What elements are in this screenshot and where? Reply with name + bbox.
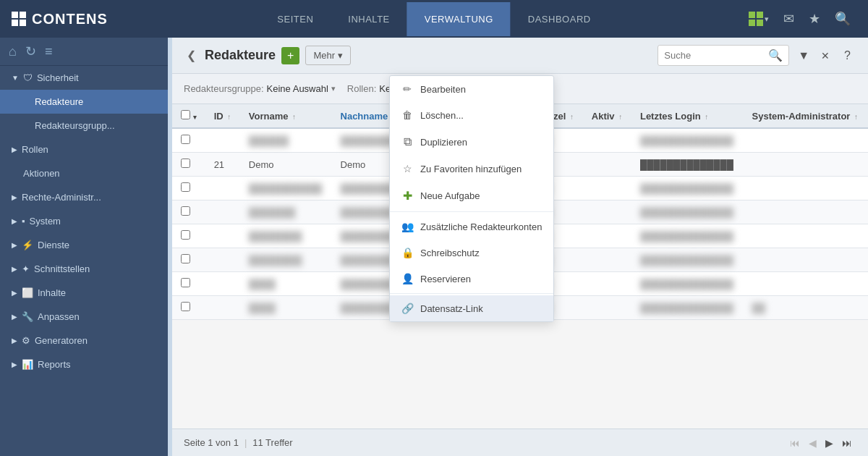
select-all-chevron-icon[interactable]: ▾ [193,114,197,121]
cell-sys_admin [744,224,868,248]
prev-page-button[interactable]: ◀ [804,436,821,450]
ctx-loeschen[interactable]: 🗑 Löschen... [390,102,553,128]
cell-vorname: ███████████ [240,177,332,200]
brand-grid-icon [12,12,26,26]
favorites-icon[interactable]: ★ [803,5,826,33]
ctx-duplizieren[interactable]: ⧉ Duplizieren [390,128,553,156]
first-page-button[interactable]: ⏮ [786,436,804,450]
next-page-button[interactable]: ▶ [821,436,838,450]
cell-aktiv [583,153,631,177]
refresh-icon[interactable]: ↻ [25,43,36,59]
cell-aktiv [583,272,631,296]
col-vorname[interactable]: Vorname ↑ [240,104,332,128]
nav-seiten[interactable]: SEITEN [260,2,331,36]
pagination-separator: | [244,437,247,448]
ctx-neue-aufgabe[interactable]: ✚ Neue Aufgabe [390,182,553,210]
col-aktiv[interactable]: Aktiv ↑ [583,104,631,128]
duplicate-icon: ⧉ [401,135,413,148]
ctx-label-favoriten: Zu Favoriten hinzufügen [420,164,522,174]
nav-dashboard[interactable]: DASHBOARD [511,2,608,36]
row-checkbox[interactable] [181,182,190,192]
mail-icon[interactable]: ✉ [778,5,800,33]
collapse-sidebar-button[interactable]: ❮ [184,46,199,65]
puzzle-icon: ✦ [22,263,30,274]
ctx-bearbeiten[interactable]: ✏ Bearbeiten [390,76,553,102]
mehr-button[interactable]: Mehr ▾ [305,46,351,65]
sidebar-item-generatoren[interactable]: ▶ ⚙ Generatoren [0,329,168,352]
last-page-button[interactable]: ⏭ [838,436,856,450]
sidebar-item-aktionen[interactable]: Aktionen [0,161,168,185]
ctx-favoriten[interactable]: ☆ Zu Favoriten hinzufügen [390,156,553,182]
cell-id [205,128,240,153]
sidebar-label-sicherheit: Sicherheit [37,72,79,83]
chevron-right-icon5: ▶ [12,265,17,273]
col-letztes-login[interactable]: Letztes Login ↑ [631,104,744,128]
menu-icon[interactable]: ≡ [45,44,53,59]
ctx-label-schreibschutz: Schreibschutz [420,248,480,258]
chevron-right-icon3: ▶ [12,217,17,225]
row-checkbox[interactable] [181,135,190,144]
home-icon[interactable]: ⌂ [9,44,17,59]
nav-verwaltung[interactable]: VERWALTUNG [407,2,511,36]
sidebar-item-sicherheit[interactable]: ▼ 🛡 Sicherheit [0,66,168,90]
row-checkbox[interactable] [181,206,190,216]
ctx-reservieren[interactable]: 👤 Reservieren [390,266,553,292]
chevron-right-icon4: ▶ [12,241,17,249]
filter-button[interactable]: ▼ [795,48,812,64]
server-icon: ▪ [22,216,25,227]
sidebar-item-dienste[interactable]: ▶ ⚡ Dienste [0,233,168,257]
row-checkbox[interactable] [181,278,190,287]
apps-icon [749,12,763,26]
select-all-checkbox[interactable] [181,110,190,119]
copy-icon: ⬜ [22,287,33,298]
add-record-button[interactable]: + [281,47,299,64]
apps-menu-button[interactable]: ▾ [743,6,775,32]
sidebar-label-dienste: Dienste [38,240,69,250]
chevron-right-icon7: ▶ [12,313,17,321]
task-icon: ✚ [401,189,413,203]
group-filter[interactable]: Redakteursgruppe: Keine Auswahl ▾ [184,83,336,94]
search-icon[interactable]: 🔍 [768,48,783,62]
cell-aktiv [583,200,631,224]
row-checkbox[interactable] [181,254,190,263]
search-input[interactable] [664,50,765,61]
sidebar-item-redakteursgrupp[interactable]: Redakteursgrupp... [0,114,168,138]
row-checkbox[interactable] [181,159,190,168]
ctx-schreibschutz[interactable]: 🔒 Schreibschutz [390,240,553,266]
sidebar-top-actions: ⌂ ↻ ≡ [0,38,168,66]
group-filter-value: Keine Auswahl [267,83,328,94]
top-nav: CONTENS SEITEN INHALTE VERWALTUNG DASHBO… [0,0,868,38]
gear-icon: ⚙ [22,335,30,346]
sidebar-item-system[interactable]: ▶ ▪ System [0,209,168,233]
sidebar-item-anpassen[interactable]: ▶ 🔧 Anpassen [0,305,168,329]
sidebar-item-rollen[interactable]: ▶ Rollen [0,138,168,161]
col-id[interactable]: ID ↑ [205,104,240,128]
ctx-datensatz-link[interactable]: 🔗 Datensatz-Link [390,295,553,321]
chevron-right-icon: ▶ [12,145,17,153]
nav-inhalte[interactable]: INHALTE [331,2,407,36]
row-checkbox[interactable] [181,302,190,311]
cell-vorname: ████ [240,296,332,320]
row-checkbox[interactable] [181,230,190,240]
search-box: 🔍 [658,45,789,66]
cell-letztes_login: ██████████████ [631,153,744,177]
col-sys-admin[interactable]: System-Administrator ↑ [744,104,868,128]
ctx-zusaetzliche[interactable]: 👥 Zusätzliche Redakteurkonten [390,214,553,240]
sidebar-label-generatoren: Generatoren [35,335,88,346]
help-button[interactable]: ? [838,48,856,64]
sidebar-item-reports[interactable]: ▶ 📊 Reports [0,352,168,376]
sidebar-item-schnittstellen[interactable]: ▶ ✦ Schnittstellen [0,257,168,281]
cell-id [205,296,240,320]
chevron-right-icon9: ▶ [12,360,17,368]
sidebar-label-system: System [30,216,61,227]
chart-icon: 📊 [22,359,33,370]
sidebar-item-inhalte[interactable]: ▶ ⬜ Inhalte [0,281,168,305]
sidebar-item-rechte[interactable]: ▶ Rechte-Administr... [0,185,168,209]
search-global-icon[interactable]: 🔍 [829,5,856,33]
chevron-right-icon6: ▶ [12,289,17,297]
id-sort-icon: ↑ [227,113,231,121]
group-filter-chevron-icon: ▾ [331,84,336,93]
clear-filter-button[interactable]: ✕ [818,48,833,63]
cell-aktiv [583,128,631,153]
sidebar-item-redakteure[interactable]: Redakteure [0,90,168,114]
